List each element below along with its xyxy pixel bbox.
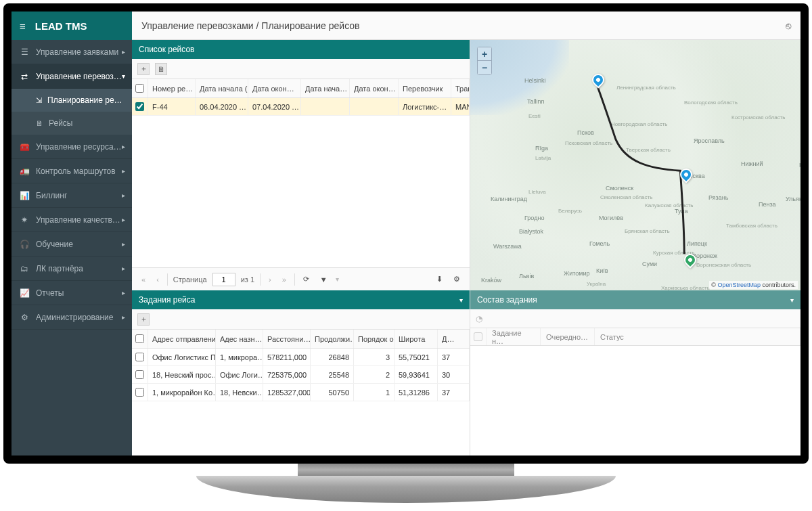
chevron-right-icon: ▸ — [122, 313, 125, 321]
trips-panel-header: Список рейсов — [132, 40, 470, 59]
sidebar-item[interactable]: 🚛 Контроль маршрутов ▸ — [12, 159, 132, 183]
chevron-right-icon: ▸ — [122, 265, 125, 272]
osm-link[interactable]: OpenStreetMap — [717, 282, 761, 288]
sidebar-item-label: Отчеты — [36, 288, 122, 298]
tasks-col-from[interactable]: Адрес отправления — [148, 330, 216, 348]
filter-icon[interactable]: ▼ — [317, 274, 330, 285]
chevron-right-icon: ▸ — [122, 289, 125, 296]
tasks-check-all[interactable] — [135, 334, 144, 343]
collapse-icon[interactable]: ▾ — [459, 296, 463, 304]
main: Управление перевозками / Планирование ре… — [132, 12, 800, 456]
sidebar-subitem[interactable]: ⇲ Планирование ре… — [12, 89, 132, 112]
nav-icon: 📈 — [18, 288, 30, 298]
tasks-col-lat[interactable]: Широта — [394, 330, 438, 348]
chevron-right-icon: ▸ — [122, 216, 125, 223]
topbar: Управление перевозками / Планирование ре… — [132, 12, 800, 40]
tasks-panel: Задания рейса ▾ ＋ Адрес отправления Адес… — [132, 290, 470, 456]
page-next-icon[interactable]: › — [266, 274, 274, 285]
nav-icon: 🚛 — [18, 166, 30, 176]
nav-icon: 🗂 — [18, 264, 30, 273]
trips-toolbar: ＋ 🗎 — [132, 59, 470, 79]
sidebar-subitem[interactable]: 🗎 Рейсы — [12, 112, 132, 135]
add-task-button[interactable]: ＋ — [137, 313, 150, 326]
sidebar-item-label: Управление перевозка… — [36, 72, 122, 81]
table-row[interactable]: F-44 06.04.2020 … 07.04.2020 … Логистикс… — [132, 98, 470, 116]
tasks-col-dist[interactable]: Расстояни… — [263, 330, 311, 348]
trips-col-planend[interactable]: Дата окон… — [248, 79, 301, 97]
menu-icon[interactable]: ≡ — [20, 20, 26, 32]
sidebar-item-label: Управление заявками — [36, 47, 122, 57]
clipboard-button[interactable]: 🗎 — [155, 63, 167, 75]
page-first-icon[interactable]: « — [139, 274, 148, 285]
row-checkbox[interactable] — [135, 102, 144, 111]
pager-of: из 1 — [241, 275, 254, 284]
app-name: LEAD TMS — [35, 20, 87, 32]
sidebar-item[interactable]: 🎧 Обучение ▸ — [12, 232, 132, 257]
sidebar-subitem-label: Планирование ре… — [47, 95, 122, 105]
tasks-col-lon[interactable]: Д… — [438, 330, 470, 348]
sidebar-item-label: Управление ресурсами — [36, 142, 122, 152]
logout-icon[interactable]: ⎋ — [786, 20, 791, 31]
row-checkbox[interactable] — [135, 353, 144, 361]
download-icon[interactable]: ⬇ — [434, 273, 445, 285]
zoom-in-button[interactable]: + — [478, 47, 491, 61]
breadcrumb: Управление перевозками / Планирование ре… — [141, 20, 360, 31]
route-line — [470, 40, 800, 284]
tasks-col-to[interactable]: Адес назн… — [216, 330, 263, 348]
page-prev-icon[interactable]: ‹ — [154, 274, 162, 285]
trips-grid-body: F-44 06.04.2020 … 07.04.2020 … Логистикс… — [132, 98, 470, 267]
row-checkbox[interactable] — [135, 370, 144, 379]
map[interactable]: HelsinkiTallinnEestiRīgaLatvijaLietuvaКа… — [470, 40, 800, 290]
refresh-icon[interactable]: ⟳ — [300, 273, 312, 285]
tasks-col-order[interactable]: Порядок о… — [354, 330, 394, 348]
sidebar-subitem-label: Рейсы — [49, 118, 72, 128]
sidebar-item-label: Управление качеством — [36, 215, 122, 225]
comp-col-task[interactable]: Задание н… — [487, 328, 541, 345]
map-label: Харківська область — [661, 285, 710, 290]
composition-title: Состав задания — [477, 295, 537, 305]
pager-label: Страница — [173, 275, 207, 284]
sidebar-item[interactable]: 📊 Биллинг ▸ — [12, 183, 132, 208]
collapse-icon[interactable]: ▾ — [790, 296, 794, 304]
comp-check-all — [474, 332, 482, 341]
app-header: ≡ LEAD TMS — [12, 12, 132, 40]
composition-panel-header: Состав задания ▾ — [470, 290, 800, 309]
table-row[interactable]: 1, микрорайон Ко… 18, Невски… 1285327,00… — [132, 384, 470, 401]
trips-col-factstart[interactable]: Дата нача… — [301, 79, 350, 97]
sidebar-item[interactable]: 🧰 Управление ресурсами ▸ — [12, 135, 132, 159]
composition-grid-head: Задание н… Очередно… Статус — [470, 328, 800, 346]
add-button[interactable]: ＋ — [137, 63, 150, 75]
sidebar-item[interactable]: ✷ Управление качеством ▸ — [12, 208, 132, 232]
table-row[interactable]: 18, Невский прос… Офис Логи… 725375,000 … — [132, 366, 470, 384]
trips-col-transport[interactable]: Транспор… — [451, 79, 470, 97]
tasks-title: Задания рейса — [139, 295, 195, 305]
sidebar: ≡ LEAD TMS ☰ Управление заявками ▸⇄ Упра… — [12, 12, 132, 456]
table-row[interactable]: Офис Логистикс П… 1, микрора… 578211,000… — [132, 349, 470, 366]
nav-icon: ⇲ — [36, 96, 42, 105]
trips-col-factend[interactable]: Дата окон… — [350, 79, 399, 97]
sidebar-item[interactable]: ⚙ Администрирование ▸ — [12, 305, 132, 330]
page-last-icon[interactable]: » — [279, 274, 289, 285]
sidebar-item-label: ЛК партнёра — [36, 264, 122, 273]
sidebar-item[interactable]: ⇄ Управление перевозка… ▾ — [12, 64, 132, 89]
sidebar-item[interactable]: 🗂 ЛК партнёра ▸ — [12, 257, 132, 281]
sidebar-item[interactable]: 📈 Отчеты ▸ — [12, 281, 132, 305]
tasks-col-dur[interactable]: Продолжи… — [311, 330, 354, 348]
trips-check-all[interactable] — [135, 84, 144, 93]
sort-hint-icon: ▾ — [336, 275, 339, 283]
tasks-panel-header: Задания рейса ▾ — [132, 290, 470, 309]
trips-col-planstart[interactable]: Дата начала (п… — [196, 79, 248, 97]
trips-col-carrier[interactable]: Перевозчик — [399, 79, 451, 97]
trips-col-num[interactable]: Номер ре… — [148, 79, 196, 97]
comp-col-status[interactable]: Статус — [595, 328, 800, 345]
nav-icon: ☰ — [18, 47, 30, 57]
zoom-out-button[interactable]: − — [478, 61, 491, 74]
trips-pager: « ‹ Страница из 1 › » ⟳ — [132, 267, 470, 290]
row-checkbox[interactable] — [135, 388, 144, 397]
comp-col-order[interactable]: Очередно… — [541, 328, 595, 345]
tasks-toolbar: ＋ — [132, 309, 470, 330]
settings-icon[interactable]: ⚙ — [451, 273, 463, 285]
pager-page-input[interactable] — [212, 273, 235, 286]
sidebar-item[interactable]: ☰ Управление заявками ▸ — [12, 40, 132, 64]
chevron-right-icon: ▾ — [122, 72, 125, 80]
